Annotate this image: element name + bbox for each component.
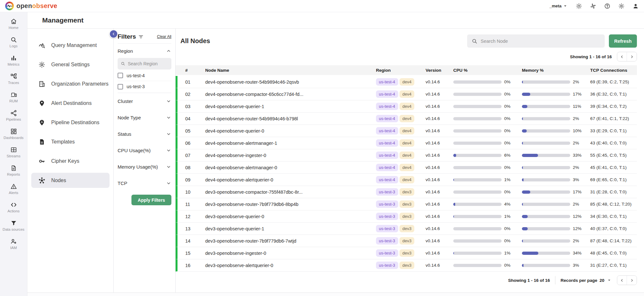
table-row[interactable]: 04 dev4-openobserve-router-54b9894c46-b7… — [176, 113, 637, 125]
col-tcp: TCP Connections — [588, 68, 637, 73]
region-cell: us-test-4 — [376, 139, 399, 147]
table-row[interactable]: 08 dev4-openobserve-alertmanager-0 us-te… — [176, 162, 637, 174]
memory-cell: 2% — [520, 165, 588, 170]
memory-bar-fill — [522, 215, 528, 218]
filter-section-cluster[interactable]: Cluster — [118, 93, 171, 109]
rail-item-actions[interactable]: Actions — [0, 198, 27, 217]
refresh-button[interactable]: Refresh — [609, 34, 637, 48]
region-search-input[interactable] — [128, 61, 168, 66]
memory-bar — [522, 142, 570, 145]
rail-item-metrics[interactable]: Metrics — [0, 51, 27, 70]
tcp-connections: 69 (E:65, C:0, T:1) — [588, 177, 637, 182]
next-page-button[interactable] — [627, 52, 637, 61]
rail-item-logs[interactable]: Logs — [0, 33, 27, 51]
brand-observe: observe — [32, 2, 57, 9]
rail-item-iam[interactable]: IAM — [0, 235, 27, 253]
table-row[interactable]: 09 dev4-openobserve-alertquerier-0 us-te… — [176, 174, 637, 186]
menu-item-organization-parameters[interactable]: Organization Parameters — [31, 76, 110, 91]
menu-item-nodes[interactable]: Nodes — [31, 173, 110, 188]
table-row[interactable]: 14 dev3-openobserve-router-7b9f779db6-7w… — [176, 235, 637, 247]
table-row[interactable]: 05 dev4-openobserve-querier-0 us-test-4 … — [176, 125, 637, 137]
filter-section-node-type[interactable]: Node Type — [118, 109, 171, 126]
table-row[interactable]: 03 dev4-openobserve-querier-1 us-test-4 … — [176, 100, 637, 113]
brand[interactable]: openobserve — [5, 2, 57, 10]
menu-item-templates[interactable]: Templates — [31, 134, 110, 149]
rail-item-data-sources[interactable]: Data sources — [0, 217, 27, 235]
checkbox-icon[interactable] — [118, 73, 123, 78]
rail-item-dashboards[interactable]: Dashboards — [0, 125, 27, 143]
menu-item-pipeline-destinations[interactable]: Pipeline Destinations — [31, 115, 110, 130]
chevron-right-icon — [630, 55, 634, 59]
table-row[interactable]: 12 dev3-openobserve-querier-0 us-test-3 … — [176, 210, 637, 223]
row-num: 13 — [178, 226, 192, 231]
node-name: dev4-openobserve-router-54b9894c46-b798l — [192, 116, 376, 121]
cpu-bar — [453, 264, 502, 267]
cluster-cell: dev4 — [399, 127, 423, 134]
org-selector[interactable]: _meta — [549, 3, 568, 9]
cluster-badge: dev3 — [399, 225, 414, 232]
table-row[interactable]: 16 dev3-openobserve-alertquerier-0 us-te… — [176, 259, 637, 272]
checkbox-icon[interactable] — [118, 84, 123, 89]
prev-page-button[interactable] — [617, 276, 627, 285]
menu-item-general-settings[interactable]: General Settings — [31, 57, 110, 72]
region-badge: us-test-4 — [376, 176, 398, 183]
rail-item-reports[interactable]: Reports — [0, 162, 27, 180]
table-row[interactable]: 01 dev4-openobserve-router-54b9894c46-2q… — [176, 76, 637, 88]
rail-item-label: Pipelines — [6, 117, 21, 122]
pin-icon — [38, 100, 45, 107]
table-row[interactable]: 15 dev3-openobserve-ingester-0 us-test-3… — [176, 247, 637, 259]
region-cell: us-test-4 — [376, 103, 399, 110]
memory-bar-fill — [522, 154, 538, 157]
theme-toggle-icon[interactable] — [576, 3, 582, 9]
region-badge: us-test-3 — [376, 225, 398, 232]
rail-item-home[interactable]: Home — [0, 15, 27, 33]
settings-icon[interactable] — [618, 3, 625, 9]
region-section-header[interactable]: Region — [118, 44, 171, 57]
menu-item-cipher-keys[interactable]: Cipher Keys — [31, 153, 110, 169]
chevron-down-icon — [166, 180, 171, 186]
menu-item-alert-destinations[interactable]: Alert Destinations — [31, 96, 110, 111]
filter-section-memory-usage[interactable]: Memory Usage(%) — [118, 159, 171, 175]
slack-icon[interactable] — [590, 3, 596, 9]
clear-all-link[interactable]: Clear All — [157, 34, 171, 39]
region-option-us-test-3[interactable]: us-test-3 — [118, 81, 171, 92]
region-option-us-test-4[interactable]: us-test-4 — [118, 70, 171, 81]
records-per-page[interactable]: Records per page 20 — [555, 276, 612, 284]
node-search-input[interactable] — [481, 39, 600, 44]
rail-item-rum[interactable]: RUM — [0, 88, 27, 106]
table-row[interactable]: 10 dev3-openobserve-compactor-755f487dbc… — [176, 186, 637, 198]
rail-item-pipelines[interactable]: Pipelines — [0, 106, 27, 125]
prev-page-button[interactable] — [617, 52, 627, 61]
menu-item-label: Pipeline Destinations — [51, 120, 99, 125]
table-header: # Node Name Region Version CPU % Memory … — [176, 65, 637, 75]
table-row[interactable]: 06 dev4-openobserve-alertmanager-1 us-te… — [176, 137, 637, 149]
table-row[interactable]: 07 dev4-openobserve-ingester-0 us-test-4… — [176, 149, 637, 162]
menu-item-query-management[interactable]: Query Management — [31, 38, 110, 53]
help-icon[interactable] — [604, 3, 610, 9]
filter-section-tcp[interactable]: TCP — [118, 175, 171, 191]
cpu-percent: 0% — [504, 92, 511, 97]
filter-section-status[interactable]: Status — [118, 126, 171, 142]
memory-percent: 2% — [573, 116, 579, 121]
region-cell: us-test-4 — [376, 115, 399, 122]
chevron-down-icon — [166, 131, 171, 137]
next-page-button[interactable] — [627, 276, 637, 285]
table-row[interactable]: 02 dev4-openobserve-compactor-65c6cc77d4… — [176, 88, 637, 100]
node-search — [467, 34, 605, 48]
rail-item-alerts[interactable]: Alerts — [0, 180, 27, 198]
profile-icon[interactable] — [632, 3, 639, 9]
table-row[interactable]: 11 dev3-openobserve-router-7b9f779db6-8b… — [176, 198, 637, 210]
rail-item-streams[interactable]: Streams — [0, 143, 27, 162]
brand-open: open — [16, 2, 32, 9]
memory-bar — [522, 93, 570, 96]
apply-filters-button[interactable]: Apply Filters — [131, 195, 171, 205]
rail-item-traces[interactable]: Traces — [0, 70, 27, 88]
table-row[interactable]: 13 dev3-openobserve-querier-1 us-test-3 … — [176, 223, 637, 235]
tcp-connections: 45 (E:41, C:0, T:1) — [588, 165, 637, 170]
region-badge: us-test-3 — [376, 188, 398, 196]
filter-section-cpu-usage[interactable]: CPU Usage(%) — [118, 142, 171, 159]
memory-bar-fill — [522, 93, 530, 96]
cpu-percent: 0% — [504, 263, 511, 268]
node-name: dev3-openobserve-querier-1 — [192, 226, 376, 231]
collapse-filters-button[interactable] — [109, 30, 118, 38]
